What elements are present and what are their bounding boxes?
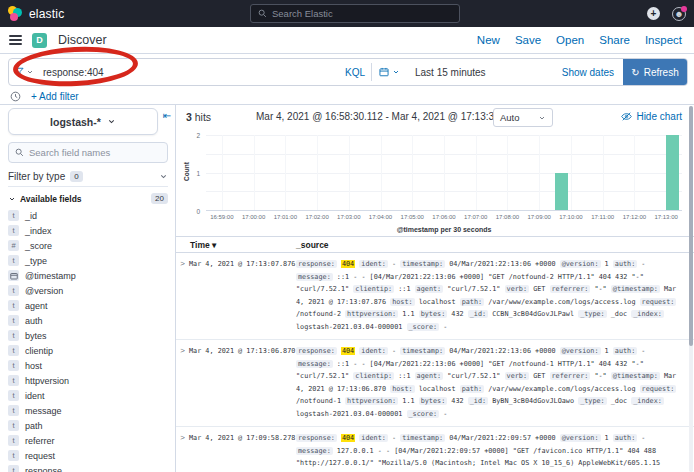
field-chip: httpversion: bbox=[345, 397, 398, 405]
field-item-response[interactable]: tresponse bbox=[8, 463, 168, 472]
deployment-icon[interactable]: + bbox=[647, 7, 660, 20]
field-chip: @timestamp: bbox=[611, 372, 660, 380]
nav-action-save[interactable]: Save bbox=[515, 34, 541, 46]
available-fields-label: Available fields bbox=[20, 194, 82, 204]
field-item-message[interactable]: tmessage bbox=[8, 403, 168, 418]
field-item-bytes[interactable]: tbytes bbox=[8, 328, 168, 343]
expand-row-icon[interactable]: > bbox=[176, 432, 189, 472]
field-item-referrer[interactable]: treferrer bbox=[8, 433, 168, 448]
x-tick-label: 17:13:00 bbox=[654, 214, 677, 220]
field-search-input[interactable]: Search field names bbox=[8, 142, 168, 163]
field-item-request[interactable]: trequest bbox=[8, 448, 168, 463]
field-item-path[interactable]: tpath bbox=[8, 418, 168, 433]
x-axis-ticks: 16:59:0017:00:0017:01:0017:02:0017:03:00… bbox=[206, 214, 682, 223]
global-search-placeholder: Search Elastic bbox=[272, 8, 333, 19]
query-input[interactable]: response:404 bbox=[39, 59, 339, 85]
field-item-httpversion[interactable]: thttpversion bbox=[8, 373, 168, 388]
field-item-_type[interactable]: t_type bbox=[8, 253, 168, 268]
query-bar: response:404 KQL Last 15 minutes Show da… bbox=[0, 54, 694, 104]
nav-action-inspect[interactable]: Inspect bbox=[645, 34, 682, 46]
search-icon bbox=[258, 9, 267, 18]
elastic-logo-icon bbox=[8, 6, 23, 21]
field-item-_index[interactable]: t_index bbox=[8, 223, 168, 238]
field-chip: auth: bbox=[613, 434, 637, 442]
field-chip: verb: bbox=[505, 372, 529, 380]
highlighted-value: 404 bbox=[341, 434, 355, 442]
field-item-ident[interactable]: tident bbox=[8, 388, 168, 403]
main-content: 3 hits Mar 4, 2021 @ 16:58:30.112 - Mar … bbox=[176, 105, 694, 472]
refresh-button[interactable]: ↻ Refresh bbox=[623, 59, 687, 85]
field-item-auth[interactable]: tauth bbox=[8, 313, 168, 328]
field-chip: @version: bbox=[560, 260, 601, 268]
field-name: _index bbox=[25, 226, 52, 236]
add-filter-button[interactable]: + Add filter bbox=[31, 91, 79, 102]
nav-action-share[interactable]: Share bbox=[599, 34, 630, 46]
nav-action-new[interactable]: New bbox=[477, 34, 500, 46]
query-language-button[interactable]: KQL bbox=[339, 59, 371, 85]
text-field-icon: t bbox=[8, 345, 19, 356]
x-tick-label: 17:02:00 bbox=[305, 214, 328, 220]
field-item-@version[interactable]: t@version bbox=[8, 283, 168, 298]
scrollbar-thumb[interactable] bbox=[689, 106, 693, 346]
table-row: >Mar 4, 2021 @ 17:13:06.870response: 404… bbox=[176, 340, 694, 427]
kibana-discover-screen: elastic Search Elastic + ☻ D Discover Ne… bbox=[0, 0, 694, 472]
field-item-clientip[interactable]: tclientip bbox=[8, 343, 168, 358]
saved-filters-clock-icon[interactable] bbox=[10, 91, 21, 102]
show-dates-button[interactable]: Show dates bbox=[562, 67, 614, 78]
filter-by-type-button[interactable]: Filter by type 0 bbox=[8, 167, 168, 187]
expand-row-icon[interactable]: > bbox=[176, 258, 189, 333]
x-tick-label: 17:01:00 bbox=[274, 214, 297, 220]
notification-dot bbox=[681, 6, 687, 12]
field-chip: agent: bbox=[415, 372, 444, 380]
field-chip: clientip: bbox=[353, 372, 394, 380]
histogram-bar[interactable] bbox=[666, 135, 679, 210]
column-header-time[interactable]: Time ▾ bbox=[190, 240, 216, 250]
field-item-_id[interactable]: t_id bbox=[8, 208, 168, 223]
sidebar: logstash-* ⇤ Search field names Filter b… bbox=[0, 105, 176, 472]
user-avatar[interactable]: ☻ bbox=[672, 7, 686, 21]
available-fields-header[interactable]: Available fields 20 bbox=[8, 193, 168, 204]
global-search-input[interactable]: Search Elastic bbox=[250, 4, 460, 23]
search-icon bbox=[15, 148, 24, 157]
interval-select[interactable]: Auto bbox=[493, 108, 553, 127]
field-name: _type bbox=[25, 256, 47, 266]
x-tick-label: 17:04:00 bbox=[369, 214, 392, 220]
expand-row-icon[interactable]: > bbox=[176, 345, 189, 420]
hamburger-menu-icon[interactable] bbox=[9, 33, 22, 47]
field-search-placeholder: Search field names bbox=[29, 147, 110, 158]
nav-action-open[interactable]: Open bbox=[556, 34, 584, 46]
field-item-@timestamp[interactable]: @timestamp bbox=[8, 268, 168, 283]
date-picker-button[interactable] bbox=[372, 59, 406, 85]
field-chip: message: bbox=[296, 447, 333, 455]
hits-row: 3 hits Mar 4, 2021 @ 16:58:30.112 - Mar … bbox=[176, 105, 694, 130]
x-tick-label: 17:00:00 bbox=[242, 214, 265, 220]
field-chip: bytes: bbox=[419, 310, 448, 318]
field-item-agent[interactable]: tagent bbox=[8, 298, 168, 313]
field-name: ident bbox=[25, 391, 45, 401]
time-range-label[interactable]: Last 15 minutes bbox=[415, 67, 486, 78]
field-value: localhost bbox=[419, 298, 456, 306]
text-field-icon: t bbox=[8, 255, 19, 266]
field-chip: @version: bbox=[560, 434, 601, 442]
saved-query-menu-button[interactable] bbox=[9, 59, 39, 85]
field-value: _doc bbox=[611, 310, 627, 318]
row-source: response: 404 ident: - timestamp: 04/Mar… bbox=[296, 345, 694, 420]
text-field-icon: t bbox=[8, 225, 19, 236]
index-pattern-selector[interactable]: logstash-* bbox=[8, 108, 158, 135]
page-title: Discover bbox=[58, 33, 107, 47]
field-value: 1 bbox=[605, 347, 609, 355]
field-value: _doc bbox=[611, 397, 627, 405]
header-actions: + ☻ bbox=[647, 0, 686, 27]
text-field-icon: t bbox=[8, 285, 19, 296]
histogram-bar[interactable] bbox=[555, 173, 568, 211]
field-value: GET bbox=[533, 285, 545, 293]
collapse-sidebar-icon[interactable]: ⇤ bbox=[163, 110, 171, 121]
field-name: response bbox=[25, 466, 62, 472]
field-chip: clientip: bbox=[353, 285, 394, 293]
text-field-icon: t bbox=[8, 465, 19, 472]
field-item-_score[interactable]: #_score bbox=[8, 238, 168, 253]
hide-chart-button[interactable]: Hide chart bbox=[621, 111, 682, 122]
field-item-host[interactable]: thost bbox=[8, 358, 168, 373]
field-value: - bbox=[641, 347, 645, 355]
field-value: 1 bbox=[605, 260, 609, 268]
